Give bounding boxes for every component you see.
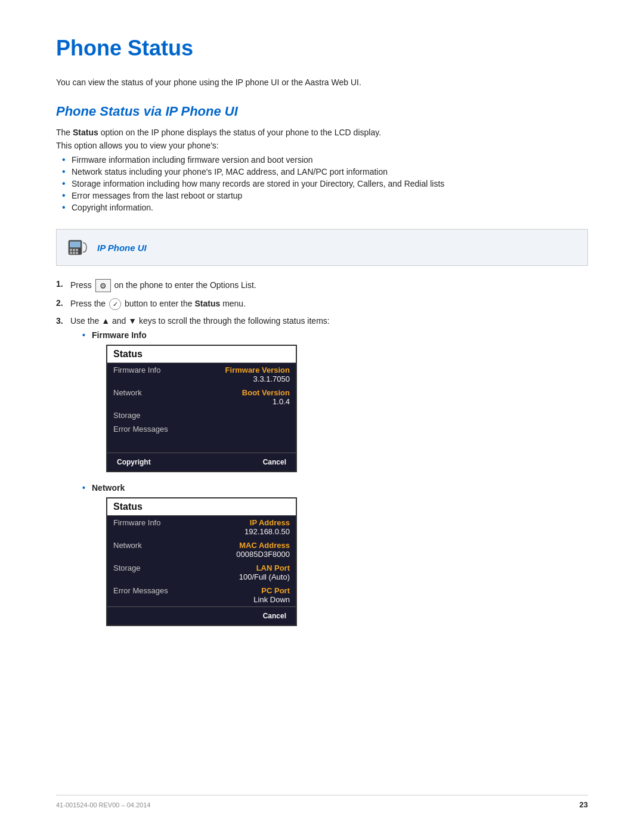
svg-rect-5 [70, 252, 72, 254]
step-1-pre: Press [70, 280, 94, 290]
firmware-label: Firmware Info [92, 330, 147, 340]
firmware-version-label: Firmware Version [179, 366, 290, 374]
check-icon: ✓ [109, 298, 121, 310]
allows-text: This option allows you to view your phon… [56, 141, 588, 150]
intro-text: You can view the status of your phone us… [56, 78, 588, 87]
status-description: The Status option on the IP phone displa… [56, 128, 588, 137]
mac-address-label: MAC Address [179, 541, 290, 550]
firmware-screen-body: Firmware Info Firmware Version 3.3.1.705… [107, 363, 296, 453]
svg-rect-1 [70, 241, 80, 247]
status-items-list: Firmware Info [70, 330, 588, 340]
lan-port-label: LAN Port [179, 563, 290, 572]
list-item: Network status including your phone's IP… [62, 167, 588, 176]
ip-phone-ui-box: IP Phone UI [56, 229, 588, 266]
description-bold: Status [73, 128, 98, 137]
network-row-4-left: Error Messages [113, 586, 179, 595]
list-item: Storage information including how many r… [62, 179, 588, 188]
svg-rect-4 [76, 249, 78, 251]
step-2-bold: Status [194, 299, 220, 308]
network-screen-body: Firmware Info IP Address 192.168.0.50 Ne… [107, 516, 296, 606]
mac-address-value: 00085D3F8000 [179, 550, 290, 559]
page-footer: 41-001524-00 REV00 – 04.2014 23 [56, 795, 588, 809]
firmware-row-1-left: Firmware Info [113, 366, 179, 374]
network-screen-title: Status [107, 498, 296, 516]
network-row-1: Firmware Info IP Address 192.168.0.50 [107, 516, 296, 538]
page-number: 23 [580, 800, 588, 809]
network-items-list: Network [70, 483, 588, 493]
firmware-row-4: Error Messages [107, 422, 296, 436]
cancel-btn[interactable]: Cancel [258, 456, 291, 468]
firmware-row-3-left: Storage [113, 411, 179, 420]
firmware-screen-footer: Copyright Cancel [107, 453, 296, 471]
sub-bullet-network: Network [82, 483, 588, 493]
network-row-3-left: Storage [113, 563, 179, 572]
step-2-post: menu. [220, 299, 246, 308]
section-title: Phone Status via IP Phone UI [56, 104, 588, 119]
network-row-2-left: Network [113, 541, 179, 550]
description-post: option on the IP phone displays the stat… [98, 128, 381, 137]
boot-version-label: Boot Version [179, 388, 290, 397]
network-label: Network [92, 483, 125, 493]
step-1: 1. Press ⚙ on the phone to enter the Opt… [56, 279, 588, 292]
step-1-num: 1. [56, 279, 63, 289]
list-item: Error messages from the last reboot or s… [62, 191, 588, 200]
network-cancel-btn[interactable]: Cancel [258, 610, 291, 622]
firmware-row-4-left: Error Messages [113, 425, 179, 433]
copyright-btn[interactable]: Copyright [112, 456, 156, 468]
step-3: 3. Use the ▲ and ▼ keys to scroll the th… [56, 316, 588, 626]
network-row-3: Storage LAN Port 100/Full (Auto) [107, 561, 296, 584]
numbered-steps: 1. Press ⚙ on the phone to enter the Opt… [56, 279, 588, 626]
phone-icon [67, 237, 89, 258]
firmware-row-2-left: Network [113, 388, 179, 397]
network-screen-footer: Cancel [107, 606, 296, 625]
step-1-post: on the phone to enter the Options List. [112, 280, 256, 290]
svg-rect-2 [70, 249, 72, 251]
step-2-mid: button to enter the [122, 299, 194, 308]
network-row-2: Network MAC Address 00085D3F8000 [107, 538, 296, 561]
step-3-text: Use the ▲ and ▼ keys to scroll the throu… [70, 316, 330, 326]
network-status-screen: Status Firmware Info IP Address 192.168.… [106, 497, 297, 626]
lan-port-value: 100/Full (Auto) [179, 572, 290, 581]
ip-phone-ui-label: IP Phone UI [97, 243, 147, 253]
page-title: Phone Status [56, 36, 588, 61]
ip-address-label: IP Address [179, 518, 290, 527]
pc-port-label: PC Port [179, 586, 290, 595]
sub-bullet-firmware: Firmware Info [82, 330, 588, 340]
feature-bullet-list: Firmware information including firmware … [56, 155, 588, 212]
firmware-row-1: Firmware Info Firmware Version 3.3.1.705… [107, 363, 296, 386]
firmware-status-screen: Status Firmware Info Firmware Version 3.… [106, 345, 297, 472]
firmware-screen-title: Status [107, 346, 296, 363]
footer-doc: 41-001524-00 REV00 – 04.2014 [56, 801, 150, 809]
boot-version-value: 1.0.4 [179, 397, 290, 406]
pc-port-value: Link Down [179, 595, 290, 604]
options-key: ⚙ [95, 279, 111, 292]
svg-rect-6 [73, 252, 75, 254]
step-3-num: 3. [56, 316, 63, 326]
description-pre: The [56, 128, 73, 137]
svg-rect-3 [73, 249, 75, 251]
list-item: Copyright information. [62, 203, 588, 212]
firmware-version-value: 3.3.1.7050 [179, 374, 290, 383]
step-2: 2. Press the ✓ button to enter the Statu… [56, 298, 588, 310]
firmware-row-3: Storage [107, 408, 296, 422]
svg-rect-7 [76, 252, 78, 254]
ip-address-value: 192.168.0.50 [179, 527, 290, 536]
network-row-4: Error Messages PC Port Link Down [107, 584, 296, 606]
step-2-num: 2. [56, 298, 63, 308]
firmware-row-2: Network Boot Version 1.0.4 [107, 386, 296, 408]
list-item: Firmware information including firmware … [62, 155, 588, 165]
step-2-pre: Press the [70, 299, 108, 308]
network-row-1-left: Firmware Info [113, 518, 179, 527]
